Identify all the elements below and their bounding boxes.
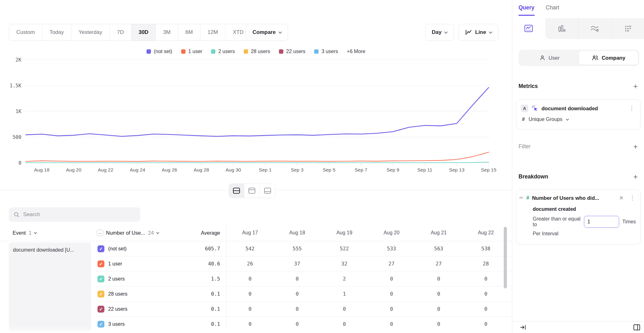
- series-column-header[interactable]: – Number of Use... 24: [97, 224, 159, 241]
- series-checkbox[interactable]: ✓: [97, 260, 104, 267]
- series-value: 0: [462, 317, 502, 332]
- add-filter-button[interactable]: +: [633, 144, 638, 150]
- series-value: 538: [462, 241, 502, 256]
- average-column-header[interactable]: Average: [176, 224, 220, 241]
- sidebar-footer: [512, 321, 644, 333]
- chart-only-view-button[interactable]: [244, 184, 260, 198]
- range-custom[interactable]: Custom: [9, 24, 42, 41]
- aggregation-selector[interactable]: Unique Groups: [529, 117, 563, 122]
- range-7d[interactable]: 7D: [110, 24, 131, 41]
- table-scrollbar[interactable]: [504, 227, 507, 288]
- legend-item[interactable]: 1 user: [181, 49, 202, 54]
- search-field[interactable]: [9, 207, 140, 222]
- breakdown-title[interactable]: Number of Users who did...: [532, 195, 614, 201]
- metric-card[interactable]: A document downloaded ⋮ # Unique Groups: [516, 99, 641, 129]
- event-count: 1: [29, 230, 31, 236]
- trend-chart[interactable]: 05001K1.5K2KAug 18Aug 20Aug 22Aug 24Aug …: [3, 57, 500, 174]
- breakdown-card[interactable]: # Number of Users who did... ✕ ⋮ documen…: [516, 189, 641, 244]
- drag-handle-icon[interactable]: [519, 196, 524, 199]
- series-value: 2: [321, 271, 368, 287]
- legend-item[interactable]: 2 users: [211, 49, 235, 54]
- series-value: 0: [321, 317, 368, 332]
- table-row[interactable]: ✓22 users0.1000000: [94, 302, 512, 317]
- breakdown-per-interval-label[interactable]: Per Interval: [533, 231, 558, 237]
- panel-layout-button[interactable]: [633, 324, 641, 331]
- date-column-header[interactable]: Aug 22: [462, 224, 502, 241]
- date-column-header[interactable]: Aug 17: [226, 224, 274, 241]
- entity-company-segment[interactable]: Company: [579, 51, 638, 65]
- date-column-header[interactable]: Aug 21: [415, 224, 462, 241]
- collapse-sidebar-button[interactable]: [520, 324, 527, 331]
- funnel-chart-tab[interactable]: [545, 18, 579, 39]
- svg-text:Aug 26: Aug 26: [162, 167, 177, 172]
- series-checkbox[interactable]: ✓: [97, 276, 104, 282]
- table-row[interactable]: ✓3 users0.1000000: [94, 317, 512, 332]
- breakdown-condition-label[interactable]: Greater than or equal to: [533, 216, 581, 227]
- table-row[interactable]: ✓2 users1.5002000: [94, 271, 512, 287]
- date-column-header[interactable]: Aug 18: [274, 224, 321, 241]
- select-all-checkbox[interactable]: –: [97, 230, 103, 236]
- tab-chart[interactable]: Chart: [546, 4, 559, 16]
- compare-button[interactable]: Compare: [246, 24, 288, 41]
- hash-icon-green: #: [526, 195, 529, 201]
- arrow-to-bar-icon: [520, 324, 527, 331]
- date-column-header[interactable]: Aug 19: [321, 224, 368, 241]
- event-name-cell[interactable]: document downloaded [U...: [9, 243, 91, 332]
- search-input[interactable]: [23, 211, 135, 218]
- legend-swatch: [244, 49, 248, 54]
- series-checkbox[interactable]: ✓: [97, 245, 104, 252]
- tab-query[interactable]: Query: [519, 4, 535, 16]
- series-value: 0: [226, 317, 274, 332]
- add-breakdown-button[interactable]: +: [633, 174, 638, 180]
- series-checkbox[interactable]: ✓: [97, 306, 104, 313]
- metric-event-name[interactable]: document downloaded: [541, 106, 625, 112]
- legend-item[interactable]: (not set): [147, 49, 172, 54]
- journeys-chart-tab[interactable]: [578, 18, 612, 39]
- add-metric-button[interactable]: +: [633, 83, 638, 90]
- table-row[interactable]: ✓(not set)605.7542555522533563538: [94, 241, 512, 256]
- range-6m[interactable]: 6M: [178, 24, 200, 41]
- series-label: 3 users: [108, 317, 125, 332]
- filter-heading-row: Filter +: [519, 143, 638, 150]
- legend-item[interactable]: 28 users: [244, 49, 270, 54]
- range-12m[interactable]: 12M: [200, 24, 225, 41]
- legend-swatch: [147, 49, 151, 54]
- chevron-down-icon: [278, 30, 282, 34]
- breakdown-event-name[interactable]: document created: [533, 206, 576, 212]
- svg-text:Sep 3: Sep 3: [291, 167, 304, 172]
- event-column-header[interactable]: Event 1: [13, 224, 36, 241]
- range-3m[interactable]: 3M: [156, 24, 178, 41]
- table-row[interactable]: ✓1 user40.6263732272728: [94, 256, 512, 271]
- series-value: 28: [462, 256, 502, 271]
- table-row[interactable]: ✓28 users0.1001000: [94, 287, 512, 302]
- svg-text:0: 0: [19, 160, 21, 166]
- series-checkbox[interactable]: ✓: [97, 291, 104, 298]
- range-today[interactable]: Today: [42, 24, 71, 41]
- series-checkbox[interactable]: ✓: [97, 321, 104, 328]
- range-yesterday[interactable]: Yesterday: [71, 24, 110, 41]
- legend-label: 3 users: [321, 49, 338, 54]
- date-column-header[interactable]: Aug 20: [368, 224, 415, 241]
- panel-layout-toggles: [229, 183, 275, 198]
- table-only-view-button[interactable]: [260, 184, 275, 198]
- series-count: 24: [148, 230, 154, 236]
- metric-kebab-menu[interactable]: ⋮: [628, 105, 636, 112]
- series-value: 0: [274, 271, 321, 287]
- series-value: 32: [321, 256, 368, 271]
- chart-type-button[interactable]: Line: [458, 24, 498, 41]
- entity-user-segment[interactable]: User: [520, 51, 579, 65]
- legend-more[interactable]: +6 More: [347, 49, 365, 54]
- more-chart-types-tab[interactable]: [612, 18, 644, 39]
- chart-legend: (not set)1 user2 users28 users22 users3 …: [0, 49, 512, 54]
- close-icon[interactable]: ✕: [617, 195, 625, 201]
- interval-button[interactable]: Day: [425, 24, 454, 41]
- date-columns-clip: Aug 17Aug 18Aug 19Aug 20Aug 21Aug 22: [226, 224, 502, 241]
- series-value: 27: [368, 256, 415, 271]
- split-view-button[interactable]: [229, 184, 244, 198]
- breakdown-value-input[interactable]: [584, 216, 619, 228]
- legend-item[interactable]: 3 users: [314, 49, 338, 54]
- breakdown-kebab-menu[interactable]: ⋮: [628, 194, 636, 201]
- range-30d[interactable]: 30D: [131, 24, 156, 41]
- segmentation-chart-tab[interactable]: [512, 18, 545, 39]
- legend-item[interactable]: 22 users: [279, 49, 305, 54]
